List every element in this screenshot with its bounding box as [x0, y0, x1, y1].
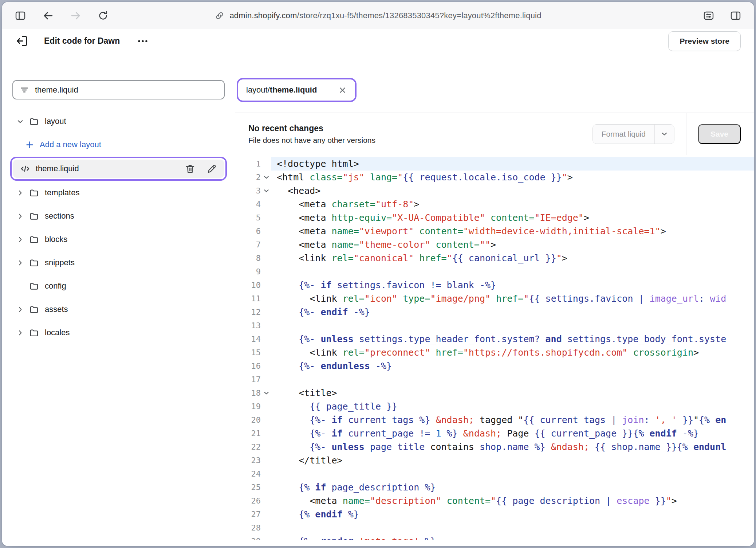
code-line[interactable]: 3 <head> [235, 184, 754, 197]
tree-item-sections[interactable]: sections [8, 204, 229, 228]
chevron-right-icon[interactable] [16, 212, 25, 220]
chevron-right-icon[interactable] [16, 259, 25, 267]
code-line[interactable]: 22 {%- unless page_title contains shop.n… [235, 440, 754, 454]
code-editor[interactable]: 1<!doctype html>2<html class="js" lang="… [235, 155, 754, 546]
code-line[interactable]: 16 {%- endunless -%} [235, 359, 754, 373]
code-line[interactable]: 27 {% endif %} [235, 508, 754, 521]
tree-item-assets[interactable]: assets [8, 298, 229, 321]
code-line[interactable]: 21 {%- if current_page != 1 %} &ndash; P… [235, 427, 754, 440]
code-line[interactable]: 10 {%- if settings.favicon != blank -%} [235, 278, 754, 292]
delete-file-icon[interactable] [185, 163, 196, 174]
browser-settings-icon[interactable] [703, 10, 714, 21]
exit-editor-icon[interactable] [15, 34, 29, 48]
fold-toggle-icon[interactable] [263, 173, 270, 181]
tree-item-theme-liquid[interactable]: theme.liquid [13, 160, 224, 178]
code-text[interactable]: <title> [271, 386, 754, 400]
address-bar[interactable]: admin.shopify.com/store/rzq1xu-f5/themes… [214, 11, 541, 20]
code-text[interactable]: <link rel="canonical" href="{{ canonical… [271, 251, 754, 265]
code-text[interactable] [271, 467, 754, 481]
code-text[interactable]: {%- endunless -%} [271, 359, 754, 373]
code-line[interactable]: 4 <meta charset="utf-8"> [235, 197, 754, 211]
tree-item-templates[interactable]: templates [8, 181, 229, 204]
chevron-right-icon[interactable] [16, 235, 25, 244]
code-line[interactable]: 17 [235, 373, 754, 386]
code-text[interactable]: {%- unless page_title contains shop.name… [271, 440, 754, 454]
file-search-input[interactable] [35, 85, 217, 95]
more-actions-icon[interactable] [137, 35, 149, 47]
code-text[interactable]: </title> [271, 454, 754, 467]
code-text[interactable]: <meta name="description" content="{{ pag… [271, 494, 754, 508]
chevron-right-icon[interactable] [16, 305, 25, 314]
chevron-down-icon[interactable] [16, 117, 25, 126]
tree-item-blocks[interactable]: blocks [8, 228, 229, 251]
code-text[interactable]: <meta name="viewport" content="width=dev… [271, 224, 754, 238]
format-dropdown-chevron-icon[interactable] [654, 125, 674, 144]
code-line[interactable]: 24 [235, 467, 754, 481]
code-text[interactable]: {%- if current_page != 1 %} &ndash; Page… [271, 427, 754, 440]
code-text[interactable]: {{ page_title }} [271, 400, 754, 413]
code-text[interactable]: <meta charset="utf-8"> [271, 197, 754, 211]
back-arrow-icon[interactable] [42, 10, 54, 21]
code-line[interactable]: 13 [235, 319, 754, 332]
code-line[interactable]: 23 </title> [235, 454, 754, 467]
code-text[interactable]: <meta http-equiv="X-UA-Compatible" conte… [271, 211, 754, 224]
line-number: 21 [251, 427, 261, 440]
code-line[interactable]: 11 <link rel="icon" type="image/png" hre… [235, 292, 754, 305]
code-line[interactable]: 7 <meta name="theme-color" content=""> [235, 238, 754, 251]
code-text[interactable]: {%- render 'meta-tags' %} [271, 535, 754, 546]
code-text[interactable]: <meta name="theme-color" content=""> [271, 238, 754, 251]
code-line[interactable]: 19 {{ page_title }} [235, 400, 754, 413]
side-panel-icon[interactable] [730, 10, 741, 21]
tab-close-icon[interactable] [338, 86, 347, 95]
code-text[interactable] [271, 373, 754, 386]
code-line[interactable]: 14 {%- unless settings.type_header_font.… [235, 332, 754, 346]
preview-store-button[interactable]: Preview store [668, 31, 741, 51]
code-line[interactable]: 8 <link rel="canonical" href="{{ canonic… [235, 251, 754, 265]
code-line[interactable]: 20 {%- if current_tags %} &ndash; tagged… [235, 413, 754, 427]
code-text[interactable]: <link rel="preconnect" href="https://fon… [271, 346, 754, 359]
code-text[interactable] [271, 265, 754, 278]
tree-item-layout[interactable]: layout [8, 110, 229, 133]
code-text[interactable]: {% endif %} [271, 508, 754, 521]
reload-icon[interactable] [98, 10, 109, 21]
code-text[interactable]: {%- endif -%} [271, 305, 754, 319]
code-text[interactable]: <link rel="icon" type="image/png" href="… [271, 292, 754, 305]
file-search-box[interactable] [12, 80, 225, 99]
tab-layout-theme-liquid[interactable]: layout/theme.liquid [246, 85, 347, 95]
code-text[interactable]: <!doctype html> [271, 157, 754, 171]
code-line[interactable]: 29 {%- render 'meta-tags' %} [235, 535, 754, 546]
code-text[interactable]: {%- if settings.favicon != blank -%} [271, 278, 754, 292]
code-text[interactable]: {% if page_description %} [271, 481, 754, 494]
tree-item-snippets[interactable]: snippets [8, 251, 229, 274]
fold-toggle-icon[interactable] [263, 187, 270, 195]
fold-toggle-icon[interactable] [263, 389, 270, 397]
add-new-layout-button[interactable]: Add a new layout [8, 133, 229, 156]
code-line[interactable]: 12 {%- endif -%} [235, 305, 754, 319]
rename-file-icon[interactable] [206, 163, 217, 174]
code-text[interactable]: {%- unless settings.type_header_font.sys… [271, 332, 754, 346]
code-line[interactable]: 25 {% if page_description %} [235, 481, 754, 494]
sidebar-toggle-icon[interactable] [15, 10, 26, 21]
format-liquid-button[interactable]: Format liquid [593, 125, 654, 144]
code-text[interactable]: <head> [271, 184, 754, 197]
code-line[interactable]: 15 <link rel="preconnect" href="https://… [235, 346, 754, 359]
forward-arrow-icon[interactable] [70, 10, 82, 21]
tree-item-locales[interactable]: locales [8, 321, 229, 344]
save-button[interactable]: Save [698, 124, 741, 144]
code-line[interactable]: 9 [235, 265, 754, 278]
chevron-right-icon[interactable] [16, 189, 25, 197]
code-line[interactable]: 6 <meta name="viewport" content="width=d… [235, 224, 754, 238]
code-line[interactable]: 5 <meta http-equiv="X-UA-Compatible" con… [235, 211, 754, 224]
code-line[interactable]: 18 <title> [235, 386, 754, 400]
code-text[interactable]: {%- if current_tags %} &ndash; tagged "{… [271, 413, 754, 427]
code-line[interactable]: 28 [235, 521, 754, 535]
code-line[interactable]: 2<html class="js" lang="{{ request.local… [235, 171, 754, 184]
chevron-right-icon[interactable] [16, 329, 25, 337]
tree-item-config[interactable]: config [8, 274, 229, 298]
folder-icon [29, 281, 39, 291]
code-text[interactable] [271, 319, 754, 332]
code-line[interactable]: 1<!doctype html> [235, 157, 754, 171]
code-line[interactable]: 26 <meta name="description" content="{{ … [235, 494, 754, 508]
code-text[interactable] [271, 521, 754, 535]
code-text[interactable]: <html class="js" lang="{{ request.locale… [271, 171, 754, 184]
